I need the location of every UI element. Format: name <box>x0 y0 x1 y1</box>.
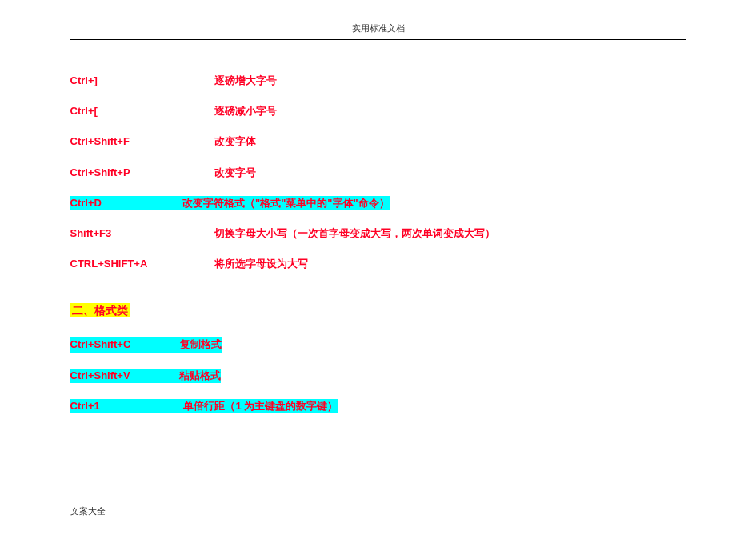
shortcut-key: Ctrl+1 <box>70 400 100 412</box>
shortcut-desc: 逐磅增大字号 <box>214 74 686 88</box>
page-header: 实用标准文档 <box>70 0 686 40</box>
spacer <box>100 400 184 412</box>
shortcut-row-highlighted: Ctrl+D 改变字符格式（"格式"菜单中的"字体"命令） <box>70 196 686 210</box>
shortcut-row: Ctrl+Shift+F 改变字体 <box>70 134 686 149</box>
spacer <box>102 197 180 209</box>
shortcut-row-highlighted: Ctrl+Shift+V 粘贴格式 <box>70 369 686 383</box>
shortcut-key: Ctrl+D <box>70 197 102 209</box>
shortcut-desc: 逐磅减小字号 <box>214 104 686 118</box>
shortcut-key: Ctrl+[ <box>70 104 214 118</box>
document-body: Ctrl+] 逐磅增大字号 Ctrl+[ 逐磅减小字号 Ctrl+Shift+F… <box>70 40 686 413</box>
shortcut-key: Ctrl+Shift+F <box>70 134 214 149</box>
shortcut-desc: 单倍行距（1 为主键盘的数字键） <box>183 400 338 412</box>
shortcut-desc: 改变字符格式（"格式"菜单中的"字体"命令） <box>179 197 389 209</box>
shortcut-key: Ctrl+Shift+V <box>70 369 130 381</box>
shortcut-key: Ctrl+Shift+C <box>70 338 131 350</box>
shortcut-key: Ctrl+] <box>70 74 214 88</box>
shortcut-desc: 改变字号 <box>214 166 686 180</box>
spacer <box>130 369 177 381</box>
shortcut-row: Ctrl+Shift+P 改变字号 <box>70 166 686 180</box>
shortcut-key: CTRL+SHIFT+A <box>70 257 214 271</box>
shortcut-desc: 将所选字母设为大写 <box>214 257 686 271</box>
shortcut-key: Shift+F3 <box>70 226 214 241</box>
shortcut-row: Ctrl+[ 逐磅减小字号 <box>70 104 686 118</box>
page-footer: 文案大全 <box>70 505 106 517</box>
shortcut-row: Ctrl+] 逐磅增大字号 <box>70 74 686 88</box>
section-heading-text: 二、格式类 <box>70 303 130 317</box>
spacer <box>130 338 177 350</box>
shortcut-key: Ctrl+Shift+P <box>70 166 214 180</box>
shortcut-row: Shift+F3 切换字母大小写（一次首字母变成大写，两次单词变成大写） <box>70 226 686 241</box>
shortcut-row-highlighted: Ctrl+Shift+C 复制格式 <box>70 337 686 352</box>
shortcut-row-highlighted: Ctrl+1 单倍行距（1 为主键盘的数字键） <box>70 399 686 413</box>
shortcut-row: CTRL+SHIFT+A 将所选字母设为大写 <box>70 257 686 271</box>
shortcut-desc: 切换字母大小写（一次首字母变成大写，两次单词变成大写） <box>214 226 686 241</box>
shortcut-desc: 复制格式 <box>177 338 222 350</box>
shortcut-desc: 粘贴格式 <box>176 369 221 381</box>
shortcut-desc: 改变字体 <box>214 134 686 149</box>
section-heading: 二、格式类 <box>70 303 686 318</box>
